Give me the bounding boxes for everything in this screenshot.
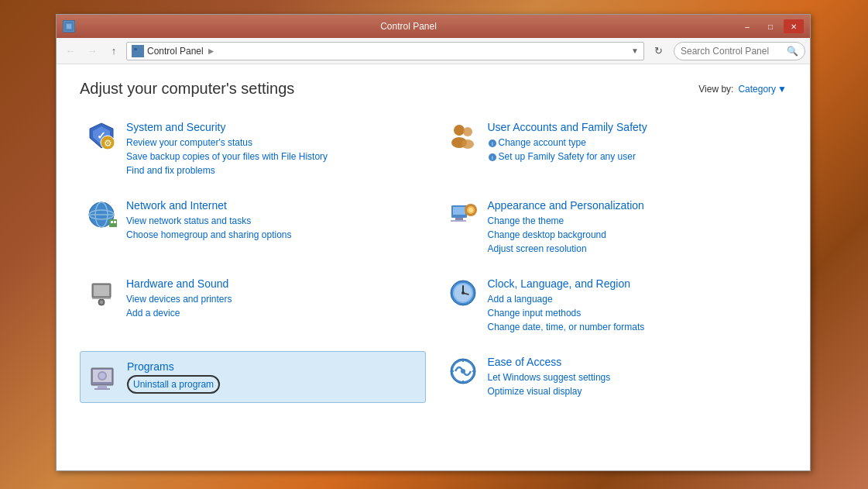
system-security-content: System and Security Review your computer… bbox=[126, 121, 328, 177]
content-header: Adjust your computer's settings View by:… bbox=[80, 80, 787, 98]
svg-point-41 bbox=[461, 291, 465, 294]
window-controls: – □ ✕ bbox=[737, 19, 804, 33]
close-button[interactable]: ✕ bbox=[784, 19, 804, 33]
appearance-link-1[interactable]: Change the theme bbox=[488, 214, 644, 228]
window-title: Control Panel bbox=[80, 21, 737, 32]
category-hardware[interactable]: Hardware and Sound View devices and prin… bbox=[80, 273, 426, 339]
ease-title[interactable]: Ease of Access bbox=[488, 356, 611, 368]
category-programs[interactable]: Programs Uninstall a program bbox=[80, 351, 426, 403]
system-security-link-3[interactable]: Find and fix problems bbox=[126, 164, 328, 177]
system-security-link-2[interactable]: Save backup copies of your files with Fi… bbox=[126, 150, 328, 164]
address-bar[interactable]: Control Panel ► ▼ bbox=[126, 42, 644, 60]
svg-rect-3 bbox=[134, 48, 137, 50]
user-accounts-link-1[interactable]: iChange account type bbox=[488, 136, 647, 150]
network-link-1[interactable]: View network status and tasks bbox=[126, 214, 291, 228]
content-area: Adjust your computer's settings View by:… bbox=[57, 64, 810, 470]
search-input[interactable] bbox=[681, 46, 784, 57]
system-security-link-1[interactable]: Review your computer's status bbox=[126, 136, 328, 150]
svg-point-45 bbox=[99, 373, 105, 379]
ease-link-1[interactable]: Let Windows suggest settings bbox=[488, 370, 611, 384]
svg-text:i: i bbox=[492, 140, 493, 147]
network-icon bbox=[86, 199, 117, 230]
appearance-title[interactable]: Appearance and Personalization bbox=[488, 199, 644, 212]
clock-title[interactable]: Clock, Language, and Region bbox=[488, 277, 645, 290]
page-title: Adjust your computer's settings bbox=[80, 80, 294, 98]
user-accounts-link-2[interactable]: iSet up Family Safety for any user bbox=[488, 150, 647, 164]
programs-content: Programs Uninstall a program bbox=[127, 360, 220, 394]
search-box[interactable]: 🔍 bbox=[674, 42, 805, 60]
view-by-label: View by: bbox=[698, 84, 733, 95]
clock-link-3[interactable]: Change date, time, or number formats bbox=[488, 320, 645, 334]
network-title[interactable]: Network and Internet bbox=[126, 199, 291, 212]
category-user-accounts[interactable]: User Accounts and Family Safety iChange … bbox=[441, 116, 787, 182]
network-content: Network and Internet View network status… bbox=[126, 199, 291, 242]
clock-icon bbox=[448, 277, 479, 308]
svg-point-9 bbox=[454, 125, 465, 136]
system-security-icon: ✓ ⚙ bbox=[86, 121, 117, 152]
view-by-chevron-icon: ▼ bbox=[777, 84, 787, 95]
user-accounts-icon bbox=[448, 121, 479, 152]
categories-grid: ✓ ⚙ System and Security Review your comp… bbox=[80, 116, 787, 403]
maximize-button[interactable]: □ bbox=[760, 19, 781, 33]
hardware-link-1[interactable]: View devices and printers bbox=[126, 292, 232, 306]
back-button[interactable]: ← bbox=[61, 42, 80, 60]
system-security-title[interactable]: System and Security bbox=[126, 121, 328, 133]
window-icon bbox=[63, 20, 75, 33]
search-icon[interactable]: 🔍 bbox=[787, 46, 798, 57]
appearance-content: Appearance and Personalization Change th… bbox=[488, 199, 644, 256]
category-appearance[interactable]: Appearance and Personalization Change th… bbox=[441, 195, 787, 260]
clock-link-2[interactable]: Change input methods bbox=[488, 306, 645, 320]
clock-content: Clock, Language, and Region Add a langua… bbox=[488, 277, 645, 334]
svg-rect-26 bbox=[455, 218, 463, 220]
svg-rect-27 bbox=[451, 220, 466, 222]
appearance-link-3[interactable]: Adjust screen resolution bbox=[488, 242, 644, 256]
view-by-value[interactable]: Category ▼ bbox=[738, 84, 787, 95]
programs-link-1[interactable]: Uninstall a program bbox=[127, 375, 220, 394]
programs-icon bbox=[87, 362, 118, 393]
user-accounts-content: User Accounts and Family Safety iChange … bbox=[488, 121, 647, 164]
forward-button[interactable]: → bbox=[83, 42, 101, 60]
category-system-security[interactable]: ✓ ⚙ System and Security Review your comp… bbox=[80, 116, 426, 182]
svg-point-30 bbox=[468, 208, 473, 212]
appearance-icon bbox=[448, 199, 479, 230]
minimize-button[interactable]: – bbox=[737, 19, 757, 33]
svg-rect-25 bbox=[453, 207, 465, 215]
user-accounts-title[interactable]: User Accounts and Family Safety bbox=[488, 121, 647, 133]
uninstall-oval[interactable]: Uninstall a program bbox=[127, 375, 220, 394]
hardware-content: Hardware and Sound View devices and prin… bbox=[126, 277, 232, 320]
navigation-bar: ← → ↑ Control Panel ► ▼ ↻ 🔍 bbox=[57, 38, 810, 64]
control-panel-window: Control Panel – □ ✕ ← → ↑ Control Panel … bbox=[56, 14, 811, 471]
hardware-icon bbox=[86, 277, 117, 308]
svg-rect-46 bbox=[98, 385, 107, 388]
appearance-link-2[interactable]: Change desktop background bbox=[488, 228, 644, 242]
view-by-control: View by: Category ▼ bbox=[698, 84, 787, 95]
svg-rect-23 bbox=[114, 221, 116, 223]
svg-text:⚙: ⚙ bbox=[104, 138, 112, 149]
svg-rect-1 bbox=[67, 24, 71, 29]
category-clock[interactable]: Clock, Language, and Region Add a langua… bbox=[441, 273, 787, 339]
network-link-2[interactable]: Choose homegroup and sharing options bbox=[126, 228, 291, 242]
svg-point-50 bbox=[461, 369, 465, 374]
ease-icon bbox=[448, 356, 479, 387]
programs-title[interactable]: Programs bbox=[127, 360, 220, 373]
category-network[interactable]: Network and Internet View network status… bbox=[80, 195, 426, 260]
svg-point-34 bbox=[100, 301, 103, 304]
address-text: Control Panel bbox=[147, 46, 204, 57]
titlebar: Control Panel – □ ✕ bbox=[57, 15, 810, 38]
svg-rect-32 bbox=[94, 285, 109, 296]
hardware-title[interactable]: Hardware and Sound bbox=[126, 277, 232, 290]
up-button[interactable]: ↑ bbox=[105, 42, 123, 60]
clock-link-1[interactable]: Add a language bbox=[488, 292, 645, 306]
svg-text:i: i bbox=[492, 154, 493, 161]
category-ease[interactable]: Ease of Access Let Windows suggest setti… bbox=[441, 351, 787, 403]
ease-link-2[interactable]: Optimize visual display bbox=[488, 384, 611, 398]
svg-rect-22 bbox=[111, 221, 113, 223]
svg-point-11 bbox=[463, 127, 472, 136]
svg-point-12 bbox=[461, 139, 474, 149]
refresh-button[interactable]: ↻ bbox=[649, 42, 667, 60]
address-dropdown-arrow[interactable]: ▼ bbox=[631, 46, 639, 55]
address-icon bbox=[132, 45, 144, 57]
address-separator: ► bbox=[207, 46, 216, 57]
hardware-link-2[interactable]: Add a device bbox=[126, 306, 232, 320]
svg-rect-35 bbox=[92, 298, 111, 299]
